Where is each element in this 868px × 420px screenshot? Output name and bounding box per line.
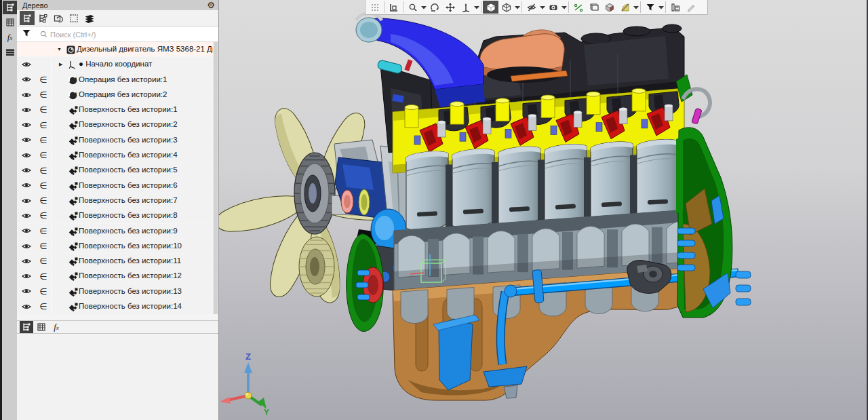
tree-row[interactable]: ∈Поверхность без истории:12 — [17, 269, 213, 283]
tree-row[interactable]: ∈Поверхность без истории:2 — [17, 117, 213, 132]
eye-visibility-icon[interactable] — [17, 61, 36, 68]
workplane-button[interactable] — [386, 1, 401, 14]
search-input[interactable] — [50, 31, 218, 39]
tree-row[interactable]: ∈Поверхность без истории:9 — [17, 224, 213, 238]
membership-icon[interactable]: ∈ — [36, 241, 51, 251]
eye-visibility-icon[interactable] — [17, 182, 36, 189]
eye-visibility-icon[interactable] — [17, 288, 36, 294]
pan-view-button[interactable] — [442, 1, 458, 14]
scrollbar-thumb[interactable] — [214, 42, 218, 314]
selection-frame[interactable] — [66, 11, 81, 25]
tree-flat-view[interactable] — [35, 11, 50, 25]
dropdown-caret[interactable] — [473, 1, 479, 14]
tree-row[interactable]: ∈Поверхность без истории:11 — [17, 254, 213, 268]
toolbar-separator — [481, 1, 481, 13]
membership-icon[interactable]: ∈ — [36, 75, 51, 85]
selection-filter-button[interactable] — [642, 1, 658, 14]
membership-icon[interactable]: ∈ — [36, 210, 51, 221]
hide-element-button[interactable] — [524, 1, 539, 14]
tree-row[interactable]: ∈Операция без истории:1 — [17, 73, 213, 87]
history-view[interactable] — [51, 11, 66, 25]
expander-closed-icon[interactable]: ▶ — [59, 62, 62, 67]
tree-row[interactable]: ∈Поверхность без истории:13 — [17, 284, 213, 299]
membership-icon[interactable]: ∈ — [36, 150, 51, 160]
eye-visibility-icon[interactable] — [17, 303, 36, 310]
tree-row[interactable]: ∈Поверхность без истории:4 — [17, 148, 213, 162]
tree-row[interactable]: ▶● Начало координат — [17, 57, 213, 71]
dropdown-caret[interactable] — [658, 1, 664, 14]
eye-visibility-icon[interactable] — [17, 76, 36, 83]
rotate-view-button[interactable] — [427, 1, 442, 14]
select-grid-button[interactable] — [367, 1, 382, 14]
tree-row[interactable]: ▼Дизельный двигатель ЯМЗ 5368-21 Дизельн — [17, 42, 213, 56]
tab-variables[interactable]: fx — [50, 321, 63, 333]
toolbar-separator — [384, 1, 384, 13]
eye-visibility-icon[interactable] — [17, 197, 36, 204]
view-triad-button[interactable] — [458, 1, 473, 14]
membership-icon[interactable]: ∈ — [36, 301, 51, 311]
membership-icon[interactable]: ∈ — [36, 135, 51, 145]
eye-visibility-icon[interactable] — [17, 136, 36, 143]
tree-row[interactable]: ∈Поверхность без истории:10 — [17, 239, 213, 253]
tree-scrollbar[interactable] — [213, 42, 218, 314]
membership-icon[interactable]: ∈ — [36, 256, 51, 266]
eye-visibility-icon[interactable] — [17, 258, 36, 265]
eye-visibility-icon[interactable] — [17, 121, 36, 128]
eye-visibility-icon[interactable] — [17, 227, 36, 234]
expander-open-icon[interactable]: ▼ — [57, 47, 62, 52]
filter-funnel-icon[interactable] — [22, 28, 31, 41]
eye-visibility-icon[interactable] — [17, 212, 36, 219]
membership-icon[interactable]: ∈ — [36, 226, 51, 236]
tree-row[interactable]: ∈Поверхность без истории:7 — [17, 193, 213, 208]
wireframe-mode-button[interactable] — [498, 1, 514, 14]
diagnostics-tab[interactable] — [3, 16, 17, 29]
viewport-3d[interactable]: ZY — [218, 0, 868, 420]
tree-row[interactable]: ∈Поверхность без истории:1 — [17, 102, 213, 117]
section-cut-button[interactable] — [570, 1, 586, 14]
annotate-pen-button[interactable] — [683, 1, 698, 14]
tree-row[interactable]: ∈Операция без истории:2 — [17, 88, 213, 102]
tree-row[interactable]: ∈Поверхность без истории:14 — [17, 299, 213, 313]
zoom-button[interactable] — [405, 1, 420, 14]
tree-row[interactable]: ∈Поверхность без истории:6 — [17, 178, 213, 193]
visibility-mode-button[interactable] — [545, 1, 561, 14]
settings-gear-icon[interactable]: ⚙ — [207, 0, 215, 10]
viewport-toolbar — [365, 0, 708, 15]
tree-row[interactable]: ∈Поверхность без истории:3 — [17, 133, 213, 147]
membership-icon[interactable]: ∈ — [36, 195, 51, 206]
membership-icon[interactable]: ∈ — [36, 90, 51, 100]
eye-visibility-icon[interactable] — [17, 152, 36, 159]
eye-visibility-icon[interactable] — [17, 273, 36, 280]
search-magnifier-icon — [39, 29, 48, 41]
layers-view[interactable] — [82, 11, 97, 25]
eye-visibility-icon[interactable] — [17, 243, 36, 250]
membership-icon[interactable]: ∈ — [36, 104, 51, 115]
membership-icon[interactable]: ∈ — [36, 120, 51, 130]
tree-row[interactable]: ∈Поверхность без истории:8 — [17, 208, 213, 223]
clip-box-button[interactable] — [586, 1, 601, 14]
dropdown-caret[interactable] — [561, 1, 567, 14]
tab-diagnostics[interactable] — [35, 321, 48, 333]
measure-angle-button[interactable] — [617, 1, 633, 14]
dropdown-caret[interactable] — [420, 1, 427, 14]
cylinder-liner — [406, 151, 448, 231]
tab-tree[interactable] — [20, 321, 33, 333]
membership-icon[interactable]: ∈ — [36, 180, 51, 191]
membership-icon[interactable]: ∈ — [36, 271, 51, 282]
membership-icon[interactable]: ∈ — [36, 286, 51, 297]
eye-visibility-icon[interactable] — [17, 167, 36, 174]
main-menu[interactable] — [3, 45, 17, 59]
tree-structure-view[interactable] — [20, 11, 35, 25]
shaded-mode-button[interactable] — [483, 1, 498, 14]
dropdown-caret[interactable] — [539, 1, 545, 14]
measure-column-button[interactable] — [667, 1, 683, 14]
membership-icon[interactable]: ∈ — [36, 166, 51, 176]
variables-tab[interactable]: fx — [3, 31, 17, 44]
structure-tab[interactable] — [3, 1, 17, 14]
eye-visibility-icon[interactable] — [17, 92, 36, 98]
section-wedge-button[interactable] — [601, 1, 617, 14]
dropdown-caret[interactable] — [514, 1, 520, 14]
dropdown-caret[interactable] — [633, 1, 639, 14]
tree-row[interactable]: ∈Поверхность без истории:5 — [17, 163, 213, 177]
eye-visibility-icon[interactable] — [17, 107, 36, 113]
